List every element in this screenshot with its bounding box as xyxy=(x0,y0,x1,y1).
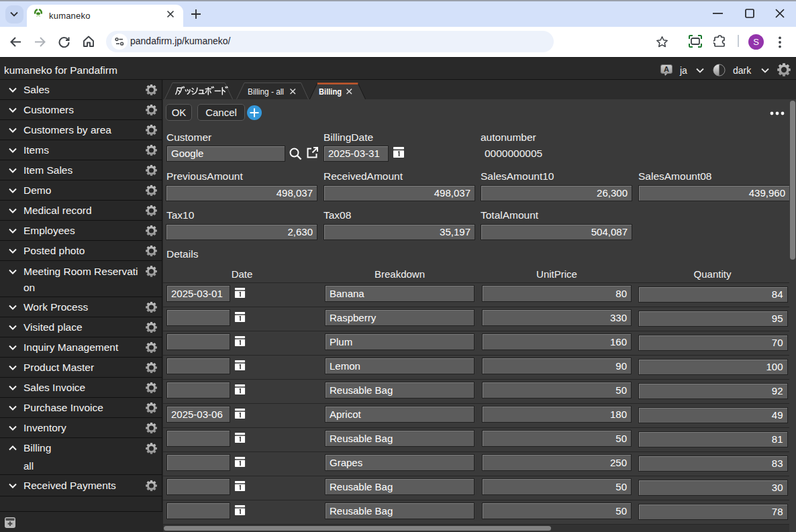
svg-text:A: A xyxy=(664,65,669,73)
svg-text:Billing - all: Billing - all xyxy=(248,87,284,97)
svg-text:Billing: Billing xyxy=(319,87,342,97)
